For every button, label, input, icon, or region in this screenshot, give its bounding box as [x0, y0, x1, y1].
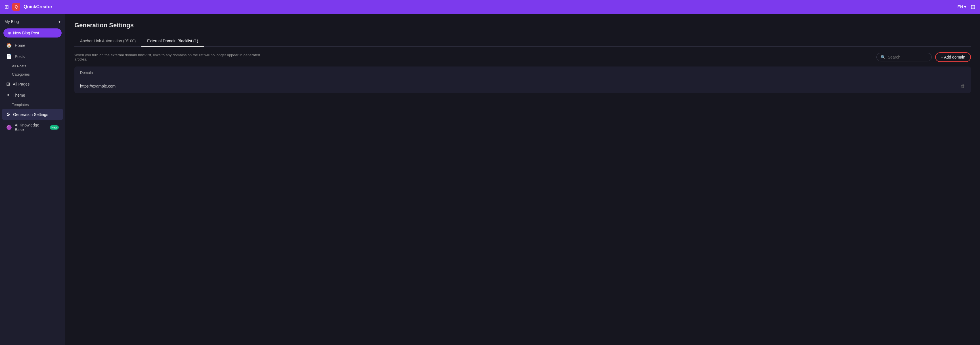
delete-icon[interactable]: 🗑 [961, 83, 965, 89]
domain-table: Domain https://example.com 🗑 [75, 67, 971, 93]
sidebar-item-label: Home [15, 43, 25, 48]
home-icon: 🏠 [6, 43, 12, 48]
search-box[interactable]: 🔍 [877, 53, 932, 61]
sidebar: My Blog ▾ ⊕ New Blog Post 🏠 Home 📄 Posts… [0, 14, 65, 345]
sidebar-item-label: Theme [13, 93, 25, 97]
grid-icon[interactable]: ⊞ [5, 4, 9, 10]
app-logo: Q [12, 3, 20, 11]
sidebar-item-theme[interactable]: ✦ Theme [2, 90, 63, 100]
theme-icon: ✦ [6, 93, 10, 98]
tab-toolbar: When you turn on the external domain bla… [75, 52, 971, 62]
table-row: https://example.com 🗑 [75, 79, 971, 93]
tab-external-domain[interactable]: External Domain Blacklist (1) [142, 36, 204, 46]
all-pages-icon: ⊞ [6, 81, 10, 87]
tabs-bar: Anchor Link Automation (0/100) External … [75, 36, 971, 46]
tab-description: When you turn on the external domain bla… [75, 53, 273, 61]
sidebar-myblog[interactable]: My Blog ▾ [0, 17, 65, 26]
domain-column-header: Domain [75, 67, 971, 79]
main-layout: My Blog ▾ ⊕ New Blog Post 🏠 Home 📄 Posts… [0, 14, 980, 345]
page-title: Generation Settings [75, 22, 971, 29]
main-content: Generation Settings Anchor Link Automati… [65, 14, 980, 345]
myblog-label: My Blog [5, 19, 19, 24]
tab-anchor-link[interactable]: Anchor Link Automation (0/100) [75, 36, 142, 46]
sidebar-item-home[interactable]: 🏠 Home [2, 40, 63, 51]
apps-icon[interactable]: ⊞ [970, 3, 975, 10]
topnav-right: EN ▾ ⊞ [958, 3, 975, 10]
sidebar-item-label: AI Knowledge Base [15, 123, 45, 132]
sidebar-item-ai-knowledge-base[interactable]: 🟣 AI Knowledge Base New [2, 120, 63, 134]
topnav-left: ⊞ Q QuickCreator [5, 3, 52, 11]
tab-actions: 🔍 + Add domain [877, 52, 971, 62]
app-title: QuickCreator [24, 4, 52, 10]
new-blog-post-button[interactable]: ⊕ New Blog Post [3, 29, 62, 38]
search-input[interactable] [888, 55, 928, 59]
top-navigation: ⊞ Q QuickCreator EN ▾ ⊞ [0, 0, 980, 14]
language-selector[interactable]: EN ▾ [958, 5, 966, 9]
sidebar-item-generation-settings[interactable]: ⚙ Generation Settings [2, 109, 63, 120]
posts-icon: 📄 [6, 54, 12, 59]
generation-settings-icon: ⚙ [6, 112, 10, 117]
plus-icon: ⊕ [8, 31, 11, 35]
ai-knowledge-base-icon: 🟣 [6, 125, 12, 130]
sidebar-item-label: Posts [15, 54, 25, 59]
sidebar-item-label: All Pages [13, 82, 30, 86]
sidebar-item-all-posts[interactable]: All Posts [0, 62, 65, 70]
new-badge: New [50, 125, 59, 129]
sidebar-item-templates[interactable]: Templates [0, 101, 65, 109]
myblog-chevron: ▾ [59, 19, 60, 24]
domain-value: https://example.com [80, 84, 116, 88]
search-icon: 🔍 [881, 55, 886, 59]
sidebar-item-posts[interactable]: 📄 Posts [2, 51, 63, 62]
sidebar-item-all-pages[interactable]: ⊞ All Pages [2, 79, 63, 89]
sidebar-item-label: Generation Settings [13, 112, 48, 117]
add-domain-button[interactable]: + Add domain [935, 52, 971, 62]
sidebar-item-categories[interactable]: Categories [0, 70, 65, 78]
